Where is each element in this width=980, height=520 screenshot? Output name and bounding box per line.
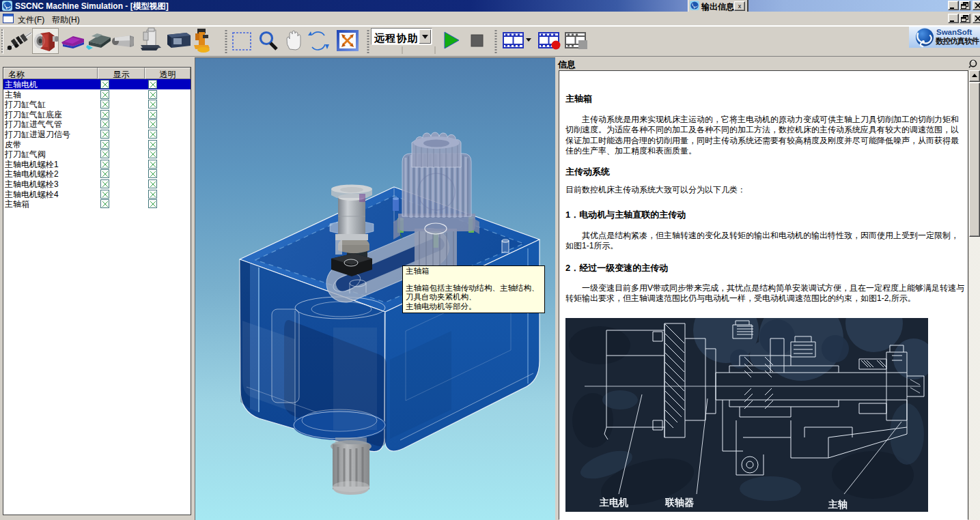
svg-text:主轴: 主轴 (828, 499, 848, 510)
svg-text:SwanSoft: SwanSoft (936, 28, 972, 36)
svg-text:联轴器: 联轴器 (664, 497, 695, 508)
svg-text:数控仿真软件: 数控仿真软件 (935, 37, 980, 46)
svg-text:主电机: 主电机 (599, 497, 629, 508)
